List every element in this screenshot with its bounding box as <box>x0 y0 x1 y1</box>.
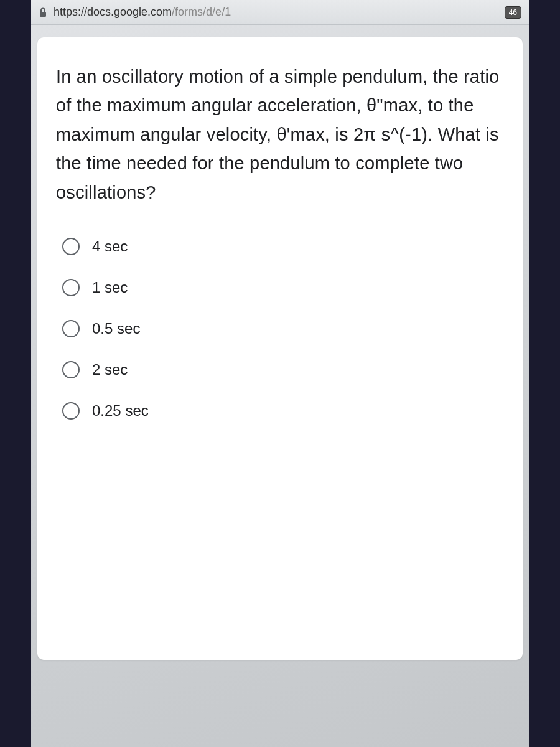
option-row-1sec[interactable]: 1 sec <box>62 279 504 296</box>
address-bar: https://docs.google.com/forms/d/e/1 46 <box>31 0 529 25</box>
option-label: 0.25 sec <box>92 402 149 420</box>
radio-icon <box>62 279 80 296</box>
app-screen: https://docs.google.com/forms/d/e/1 46 I… <box>31 0 529 747</box>
option-row-0.5sec[interactable]: 0.5 sec <box>62 320 504 337</box>
svg-rect-0 <box>40 12 46 17</box>
option-row-4sec[interactable]: 4 sec <box>62 238 504 255</box>
question-text: In an oscillatory motion of a simple pen… <box>56 62 504 207</box>
url-path: /forms/d/e/1 <box>172 6 231 18</box>
options-list: 4 sec 1 sec 0.5 sec 2 sec 0.25 sec <box>56 238 504 420</box>
option-row-2sec[interactable]: 2 sec <box>62 361 504 378</box>
option-label: 1 sec <box>92 279 128 296</box>
lock-icon <box>39 7 47 17</box>
url-domain: https://docs.google.com <box>54 6 172 18</box>
option-row-0.25sec[interactable]: 0.25 sec <box>62 402 504 420</box>
option-label: 0.5 sec <box>92 320 140 337</box>
option-label: 2 sec <box>92 361 128 378</box>
radio-icon <box>62 402 80 420</box>
tab-count-badge[interactable]: 46 <box>505 6 521 19</box>
radio-icon <box>62 361 80 378</box>
option-label: 4 sec <box>92 238 128 255</box>
url-display[interactable]: https://docs.google.com/forms/d/e/1 <box>54 6 231 19</box>
content-area: In an oscillatory motion of a simple pen… <box>31 25 529 747</box>
radio-icon <box>62 238 80 255</box>
form-card: In an oscillatory motion of a simple pen… <box>37 37 523 660</box>
radio-icon <box>62 320 80 337</box>
